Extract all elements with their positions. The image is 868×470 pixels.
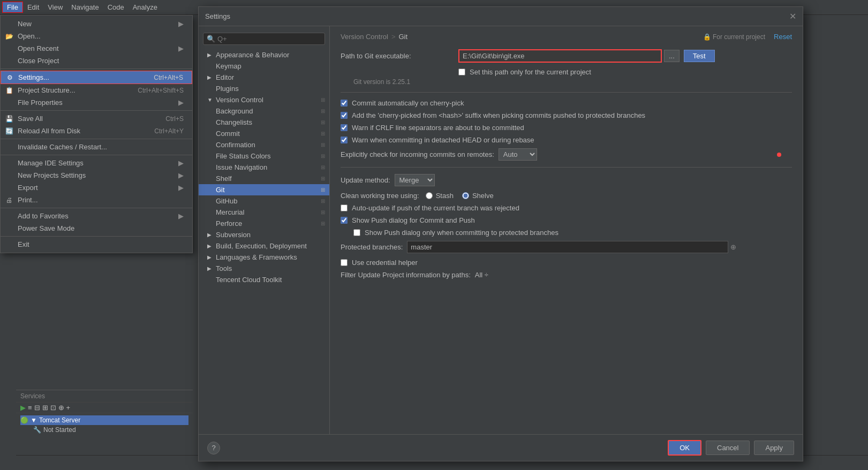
- help-button[interactable]: ?: [207, 442, 220, 454]
- tree-confirmation[interactable]: Confirmation ⊞: [199, 139, 329, 150]
- tree-github[interactable]: GitHub ⊞: [199, 195, 329, 207]
- ok-button[interactable]: OK: [668, 440, 701, 456]
- menu-file[interactable]: File: [2, 2, 23, 13]
- menu-add-to-favorites[interactable]: Add to Favorites ▶: [1, 210, 192, 222]
- cherry-pick-checkbox[interactable]: [341, 100, 348, 107]
- services-title: Services: [20, 392, 45, 400]
- expand-svn-icon: ▶: [207, 232, 214, 238]
- menu-file-properties[interactable]: File Properties ▶: [1, 96, 192, 109]
- browse-button[interactable]: ...: [664, 50, 680, 62]
- protected-branches-input[interactable]: [407, 241, 728, 253]
- tree-commit[interactable]: Commit ⊞: [199, 128, 329, 139]
- menu-power-save[interactable]: Power Save Mode: [1, 222, 192, 234]
- tomcat-label: Tomcat Server: [39, 416, 80, 424]
- tree-languages[interactable]: ▶ Languages & Frameworks: [199, 252, 329, 263]
- menu-new[interactable]: New ▶: [1, 18, 192, 30]
- sep3: [1, 139, 192, 139]
- not-started-item[interactable]: 🔧 Not Started: [20, 425, 188, 435]
- tree-mercurial[interactable]: Mercurial ⊞: [199, 207, 329, 218]
- tree-tencent[interactable]: Tencent Cloud Toolkit: [199, 274, 329, 285]
- expand-icon[interactable]: ⊞: [42, 404, 48, 412]
- tree-perforce[interactable]: Perforce ⊞: [199, 218, 329, 229]
- update-method-label: Update method:: [341, 176, 390, 184]
- auto-update-checkbox[interactable]: [341, 204, 348, 211]
- close-icon[interactable]: ✕: [789, 11, 796, 21]
- tomcat-server-item[interactable]: 🟢 ▼ Tomcat Server: [20, 415, 188, 425]
- filter-icon[interactable]: ⊕: [58, 404, 64, 412]
- menu-reload[interactable]: 🔄 Reload All from Disk Ctrl+Alt+Y: [1, 125, 192, 137]
- crlf-checkbox[interactable]: [341, 124, 348, 131]
- git-path-input[interactable]: [458, 49, 662, 63]
- sep4: [1, 155, 192, 155]
- menu-code[interactable]: Code: [103, 2, 129, 12]
- expand-build-icon: ▶: [207, 243, 214, 249]
- menu-settings[interactable]: ⚙ Settings... Ctrl+Alt+S: [1, 71, 192, 84]
- menu-view[interactable]: View: [43, 2, 67, 12]
- show-push-label: Show Push dialog for Commit and Push: [352, 216, 475, 224]
- search-box[interactable]: 🔍: [203, 33, 325, 45]
- protected-branches-expand-icon[interactable]: ⊕: [730, 243, 736, 251]
- show-push-protected-checkbox[interactable]: [353, 229, 360, 236]
- menu-new-projects-settings[interactable]: New Projects Settings ▶: [1, 169, 192, 181]
- run-icon[interactable]: ▶: [20, 404, 26, 412]
- update-method-select[interactable]: Merge Rebase: [395, 174, 435, 186]
- tree-plugins[interactable]: Plugins: [199, 83, 329, 94]
- show-push-checkbox[interactable]: [341, 217, 348, 224]
- menu-print[interactable]: 🖨 Print...: [1, 194, 192, 206]
- tree-tools[interactable]: ▶ Tools: [199, 263, 329, 274]
- tree-build[interactable]: ▶ Build, Execution, Deployment: [199, 240, 329, 252]
- align-icon[interactable]: ≡: [28, 404, 32, 412]
- menu-analyze[interactable]: Analyze: [129, 2, 162, 12]
- menu-project-structure[interactable]: 📋 Project Structure... Ctrl+Alt+Shift+S: [1, 84, 192, 96]
- menu-invalidate-caches[interactable]: Invalidate Caches / Restart...: [1, 141, 192, 153]
- stash-radio[interactable]: [426, 192, 433, 199]
- cancel-button[interactable]: Cancel: [706, 441, 750, 455]
- tree-editor[interactable]: ▶ Editor: [199, 72, 329, 83]
- services-toolbar: ▶ ≡ ⊟ ⊞ ⊡ ⊕ +: [16, 403, 193, 413]
- tree-shelf[interactable]: Shelf ⊞: [199, 173, 329, 184]
- cherry-picked-suffix-row: Add the 'cherry-picked from <hash>' suff…: [341, 111, 792, 119]
- cherry-picked-suffix-checkbox[interactable]: [341, 112, 348, 119]
- menu-edit[interactable]: Edit: [23, 2, 43, 12]
- menu-close-project[interactable]: Close Project: [1, 55, 192, 67]
- git-version-text: Git version is 2.25.1: [353, 78, 792, 86]
- credential-helper-checkbox[interactable]: [341, 259, 348, 266]
- tree-background[interactable]: Background ⊞: [199, 105, 329, 117]
- cherry-pick-label: Commit automatically on cherry-pick: [352, 99, 464, 107]
- not-started-label: Not Started: [43, 426, 76, 434]
- filter-update-value[interactable]: All ÷: [475, 271, 488, 279]
- show-push-protected-row: Show Push dialog only when committing to…: [353, 229, 792, 237]
- tree-changelists[interactable]: Changelists ⊞: [199, 117, 329, 128]
- menu-exit[interactable]: Exit: [1, 238, 192, 251]
- menu-navigate[interactable]: Navigate: [67, 2, 103, 12]
- search-input[interactable]: [217, 35, 321, 43]
- tree-appearance[interactable]: ▶ Appearance & Behavior: [199, 49, 329, 60]
- reset-button[interactable]: Reset: [774, 33, 792, 41]
- expand-lang-icon: ▶: [207, 254, 214, 260]
- menu-open[interactable]: 📂 Open...: [1, 30, 192, 42]
- test-button[interactable]: Test: [684, 50, 715, 62]
- tree-keymap[interactable]: Keymap: [199, 60, 329, 72]
- tree-file-status-colors[interactable]: File Status Colors ⊞: [199, 150, 329, 162]
- tree-version-control[interactable]: ▼ Version Control ⊞: [199, 94, 329, 105]
- menu-manage-ide[interactable]: Manage IDE Settings ▶: [1, 157, 192, 169]
- add-icon[interactable]: +: [66, 404, 71, 412]
- clean-tree-label: Clean working tree using:: [341, 192, 419, 200]
- dialog-footer: ? OK Cancel Apply: [199, 434, 803, 461]
- detached-head-checkbox[interactable]: [341, 137, 348, 143]
- menu-open-recent[interactable]: Open Recent ▶: [1, 42, 192, 55]
- apply-button[interactable]: Apply: [754, 441, 794, 455]
- red-dot-indicator: [777, 153, 781, 157]
- tree-issue-navigation[interactable]: Issue Navigation ⊞: [199, 162, 329, 173]
- dialog-title-bar: Settings ✕: [199, 7, 803, 26]
- tree-subversion[interactable]: ▶ Subversion: [199, 229, 329, 240]
- menu-export[interactable]: Export ▶: [1, 181, 192, 194]
- group-icon[interactable]: ⊡: [50, 404, 56, 412]
- protected-branches-row: Protected branches: ⊕: [341, 241, 792, 253]
- collapse-icon[interactable]: ⊟: [34, 404, 40, 412]
- incoming-commits-select[interactable]: Auto Always Never: [499, 148, 537, 161]
- menu-save-all[interactable]: 💾 Save All Ctrl+S: [1, 112, 192, 125]
- set-path-checkbox[interactable]: [458, 69, 465, 75]
- shelve-radio[interactable]: [462, 192, 469, 199]
- tree-git[interactable]: Git ⊞: [199, 184, 329, 195]
